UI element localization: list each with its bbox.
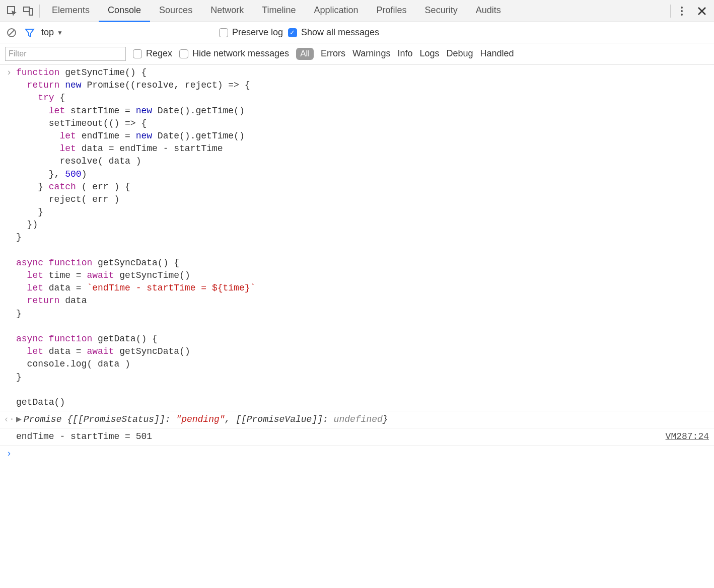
expand-triangle-icon[interactable]: ▶ <box>16 413 22 426</box>
svg-point-3 <box>681 7 683 9</box>
tabs-list: ElementsConsoleSourcesNetworkTimelineApp… <box>43 0 667 22</box>
context-select[interactable]: top ▼ <box>41 27 214 38</box>
tab-timeline[interactable]: Timeline <box>253 0 305 22</box>
preserve-log-checkbox[interactable]: Preserve log <box>219 27 283 38</box>
hide-network-checkbox[interactable]: Hide network messages <box>179 48 289 59</box>
preserve-log-label: Preserve log <box>232 27 283 38</box>
filter-bar: Regex Hide network messages All Errors W… <box>0 43 714 64</box>
log-gutter <box>2 430 16 443</box>
level-warnings[interactable]: Warnings <box>352 48 390 59</box>
input-chevron-icon: › <box>2 66 16 409</box>
divider <box>39 5 40 18</box>
more-options-icon[interactable] <box>674 3 690 19</box>
prompt-chevron-icon: › <box>2 448 16 460</box>
level-info[interactable]: Info <box>397 48 412 59</box>
regex-label: Regex <box>146 48 172 59</box>
tab-audits[interactable]: Audits <box>467 0 510 22</box>
tab-application[interactable]: Application <box>305 0 368 22</box>
console-body: › function getSyncTime() { return new Pr… <box>0 64 714 463</box>
tab-security[interactable]: Security <box>416 0 467 22</box>
tab-profiles[interactable]: Profiles <box>368 0 416 22</box>
show-all-checkbox[interactable]: Show all messages <box>288 27 379 38</box>
hide-network-label: Hide network messages <box>192 48 289 59</box>
console-input-code: function getSyncTime() { return new Prom… <box>16 66 709 409</box>
console-prompt-input[interactable] <box>16 448 709 460</box>
console-log-row[interactable]: endTime - startTime = 501 VM287:24 <box>0 428 714 446</box>
checkbox-icon <box>179 49 188 58</box>
regex-checkbox[interactable]: Regex <box>133 48 172 59</box>
filter-icon[interactable] <box>23 26 36 39</box>
checkbox-icon <box>219 28 228 37</box>
console-toolbar: top ▼ Preserve log Show all messages <box>0 22 714 43</box>
checkbox-icon <box>133 49 142 58</box>
level-errors[interactable]: Errors <box>321 48 345 59</box>
level-debug[interactable]: Debug <box>446 48 473 59</box>
divider <box>670 5 671 18</box>
level-handled[interactable]: Handled <box>480 48 514 59</box>
checkbox-icon <box>288 28 297 37</box>
tab-elements[interactable]: Elements <box>43 0 99 22</box>
console-input-row[interactable]: › function getSyncTime() { return new Pr… <box>0 64 714 411</box>
console-log-text: endTime - startTime = 501 <box>16 430 666 443</box>
tab-sources[interactable]: Sources <box>150 0 201 22</box>
chevron-down-icon: ▼ <box>57 29 63 36</box>
console-output-row[interactable]: ‹· ▶Promise {[[PromiseStatus]]: "pending… <box>0 411 714 428</box>
tab-console[interactable]: Console <box>99 0 150 22</box>
output-chevron-icon: ‹· <box>2 413 16 426</box>
level-all[interactable]: All <box>296 48 314 60</box>
inspect-icon[interactable] <box>4 3 20 19</box>
tab-network[interactable]: Network <box>201 0 253 22</box>
console-prompt-row[interactable]: › <box>0 446 714 462</box>
device-toolbar-icon[interactable] <box>20 3 36 19</box>
filter-input[interactable] <box>5 47 126 61</box>
svg-point-4 <box>681 10 683 12</box>
level-logs[interactable]: Logs <box>419 48 439 59</box>
source-link[interactable]: VM287:24 <box>666 430 709 443</box>
clear-console-icon[interactable] <box>5 26 18 39</box>
svg-line-7 <box>9 30 14 35</box>
console-output-content: ▶Promise {[[PromiseStatus]]: "pending", … <box>16 413 709 426</box>
devtools-tabs-bar: ElementsConsoleSourcesNetworkTimelineApp… <box>0 0 714 22</box>
show-all-label: Show all messages <box>301 27 379 38</box>
svg-point-5 <box>681 14 683 16</box>
close-icon[interactable] <box>694 3 710 19</box>
context-label: top <box>41 27 54 38</box>
